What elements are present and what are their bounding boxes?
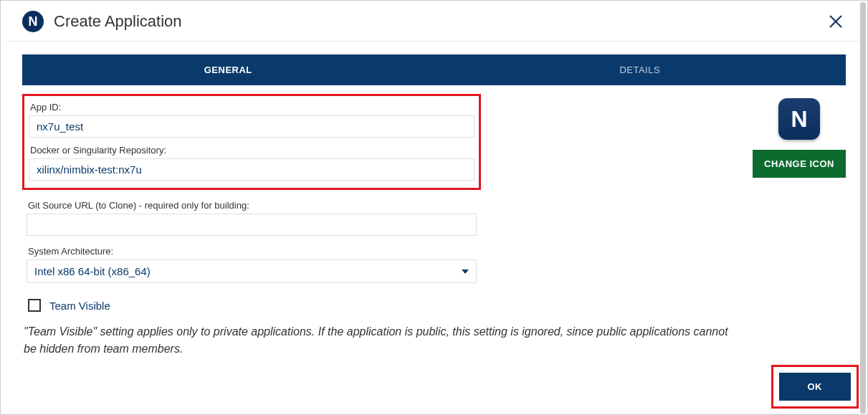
dialog-footer: OK	[771, 365, 859, 409]
repo-input[interactable]	[29, 158, 474, 181]
team-visible-row: Team Visible	[28, 299, 738, 312]
ok-button[interactable]: OK	[779, 373, 852, 401]
tab-bar: GENERAL DETAILS	[22, 54, 846, 85]
repo-label: Docker or Singularity Repository:	[29, 140, 474, 158]
git-input[interactable]	[27, 214, 477, 236]
repo-group: Docker or Singularity Repository:	[29, 140, 474, 181]
scrollbar-thumb[interactable]	[860, 2, 866, 414]
app-id-label: App ID:	[29, 97, 474, 115]
highlighted-fields: App ID: Docker or Singularity Repository…	[22, 94, 481, 190]
dialog-content: App ID: Docker or Singularity Repository…	[1, 85, 867, 361]
dialog-title: Create Application	[54, 12, 182, 31]
change-icon-button[interactable]: CHANGE ICON	[753, 150, 846, 178]
tab-general[interactable]: GENERAL	[22, 54, 434, 85]
close-button[interactable]	[826, 11, 846, 32]
icon-panel: N CHANGE ICON	[753, 94, 846, 361]
team-visible-help: "Team Visible" setting applies only to p…	[22, 320, 738, 361]
app-id-group: App ID:	[29, 97, 474, 138]
team-visible-checkbox[interactable]	[28, 299, 41, 312]
form-area: App ID: Docker or Singularity Repository…	[22, 94, 738, 361]
create-application-dialog: N Create Application GENERAL DETAILS App…	[1, 1, 867, 414]
team-visible-label: Team Visible	[49, 300, 110, 312]
arch-select[interactable]: Intel x86 64-bit (x86_64)	[27, 259, 477, 283]
tab-details[interactable]: DETAILS	[434, 54, 846, 85]
git-group: Git Source URL (to Clone) - required onl…	[22, 194, 481, 240]
arch-group: System Architecture: Intel x86 64-bit (x…	[22, 240, 481, 287]
nimbix-logo-icon: N	[22, 11, 44, 32]
app-icon: N	[778, 98, 820, 140]
vertical-scrollbar[interactable]	[860, 2, 866, 414]
ok-highlight: OK	[771, 365, 859, 409]
app-id-input[interactable]	[29, 115, 474, 138]
header-left: N Create Application	[22, 11, 182, 32]
close-icon	[827, 13, 844, 30]
arch-label: System Architecture:	[27, 242, 477, 259]
git-label: Git Source URL (to Clone) - required onl…	[27, 196, 477, 214]
dialog-header: N Create Application	[6, 1, 862, 42]
